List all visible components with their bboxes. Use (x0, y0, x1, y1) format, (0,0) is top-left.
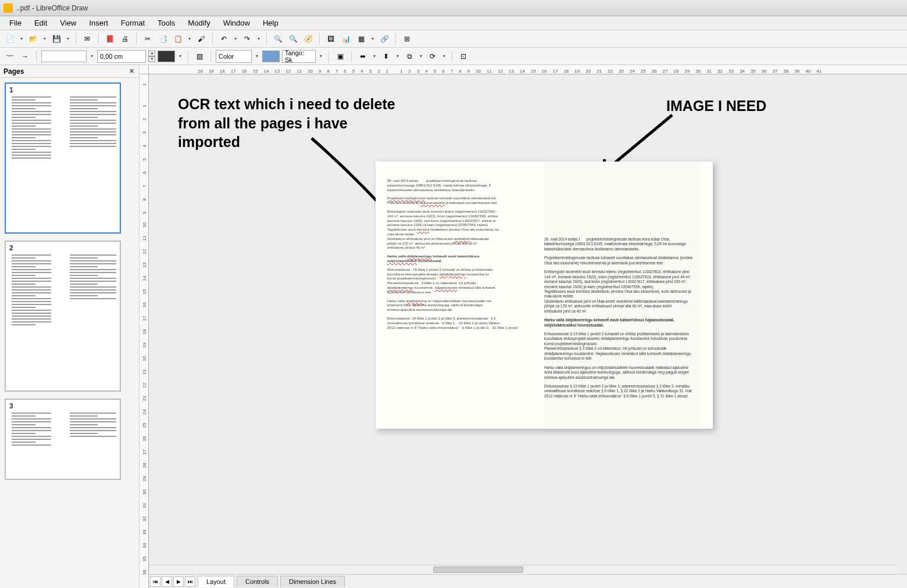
open-drop[interactable]: ▾ (42, 36, 48, 41)
line-color-drop[interactable]: ▾ (177, 53, 183, 59)
tab-last-icon[interactable]: ⏭ (185, 576, 195, 587)
copy-icon[interactable]: 📑 (156, 33, 169, 45)
extra1-icon[interactable]: ⊡ (457, 50, 470, 63)
zoom-icon[interactable]: 🔍 (287, 33, 299, 45)
canvas[interactable]: OCR text which i need to delete from all… (149, 74, 907, 574)
fill-type-select[interactable]: Color (216, 50, 252, 63)
tab-layout[interactable]: Layout (198, 576, 234, 587)
annotation-ocr-text[interactable]: OCR text which i need to delete from all… (178, 95, 399, 152)
toolbar-standard: 📄▾ 📂▾ 💾▾ ✉ 📕 🖨 ✂ 📑 📋▾ 🖌 ↶▾ ↷▾ 🔍 🔍 🧭 🖼 📊 … (0, 30, 907, 48)
undo-icon[interactable]: ↶ (217, 33, 230, 45)
tab-dimension-lines[interactable]: Dimension Lines (280, 576, 345, 587)
line-width-spinner[interactable]: ▴▾ (148, 51, 155, 62)
navigator-icon[interactable]: 🧭 (302, 33, 315, 45)
toolbar-line-fill: 〰 → ▾ ▴▾ ▾ ▧ Color▾ Tango: Sk▾ ▣ ⬌▾ ⬍▾ ⧉… (0, 48, 907, 65)
close-icon[interactable]: ✕ (127, 67, 135, 76)
line-width-input[interactable] (97, 50, 146, 63)
redo-drop[interactable]: ▾ (256, 36, 262, 41)
undo-drop[interactable]: ▾ (233, 36, 238, 41)
save-drop[interactable]: ▾ (65, 36, 71, 41)
table-drop[interactable]: ▾ (370, 36, 376, 41)
menu-modify[interactable]: Modify (182, 17, 216, 29)
mail-icon[interactable]: ✉ (81, 33, 94, 45)
formatbrush-icon[interactable]: 🖌 (195, 33, 208, 45)
page-thumb-3[interactable]: 3 (5, 399, 121, 480)
menu-window[interactable]: Window (217, 17, 256, 29)
pdf-icon[interactable]: 📕 (103, 33, 116, 45)
page-number: 1 (9, 86, 13, 94)
find-icon[interactable]: 🔍 (272, 33, 284, 45)
fill-name-select[interactable]: Tango: Sk (282, 50, 316, 63)
tab-first-icon[interactable]: ⏮ (150, 576, 160, 587)
new-icon[interactable]: 📄 (3, 33, 16, 45)
table-icon[interactable]: ▦ (355, 33, 367, 45)
order-icon[interactable]: ⬍ (380, 50, 392, 63)
main-area: Pages ✕ 1 2 3 20191817161514131211109876 (0, 65, 907, 588)
pages-list[interactable]: 1 2 3 (0, 78, 139, 588)
fill-color-swatch[interactable] (262, 51, 280, 62)
line-style-icon[interactable]: 〰 (3, 50, 16, 63)
save-icon[interactable]: 💾 (50, 33, 63, 45)
open-icon[interactable]: 📂 (27, 33, 40, 45)
line-style-drop[interactable]: ▾ (89, 53, 95, 59)
chart-icon[interactable]: 📊 (340, 33, 352, 45)
tab-controls[interactable]: Controls (237, 576, 278, 587)
tab-next-icon[interactable]: ▶ (173, 576, 184, 587)
arrow-end-icon[interactable]: → (19, 50, 31, 63)
pages-panel-title: Pages (3, 67, 24, 76)
menu-insert[interactable]: Insert (83, 17, 114, 29)
page-thumb-1[interactable]: 1 (5, 83, 121, 234)
menu-tools[interactable]: Tools (152, 17, 181, 29)
group-icon[interactable]: ⧉ (403, 50, 416, 63)
window-title: ..pdf - LibreOffice Draw (16, 4, 88, 12)
fill-type-drop[interactable]: ▾ (254, 53, 260, 59)
checker-icon[interactable]: ▣ (334, 50, 347, 63)
hyperlink-icon[interactable]: 🔗 (378, 33, 391, 45)
page-number: 3 (9, 402, 13, 410)
fill-name-drop[interactable]: ▾ (318, 53, 324, 59)
rotate-icon[interactable]: ⟳ (426, 50, 439, 63)
align-drop[interactable]: ▾ (372, 53, 377, 59)
scrollbar-horizontal[interactable] (149, 565, 898, 574)
rotate-drop[interactable]: ▾ (441, 53, 447, 59)
align-icon[interactable]: ⬌ (356, 50, 369, 63)
paste-icon[interactable]: 📋 (172, 33, 184, 45)
group-drop[interactable]: ▾ (418, 53, 424, 59)
menu-format[interactable]: Format (115, 17, 151, 29)
area-shadow-icon[interactable]: ▧ (193, 50, 206, 63)
order-drop[interactable]: ▾ (395, 53, 401, 59)
line-color-swatch[interactable] (158, 51, 175, 62)
print-icon[interactable]: 🖨 (119, 33, 131, 45)
titlebar: ..pdf - LibreOffice Draw (0, 0, 907, 16)
scrollbar-thumb[interactable] (433, 567, 523, 573)
doc-image-column[interactable]: 28. mail 2014 esitas I projekteerimistin… (544, 162, 701, 429)
menu-help[interactable]: Help (257, 17, 284, 29)
menu-file[interactable]: File (3, 17, 27, 29)
annotation-image-need[interactable]: IMAGE I NEED (666, 96, 766, 116)
tab-prev-icon[interactable]: ◀ (162, 576, 172, 587)
ruler-horizontal[interactable]: 2019181716151413121110987654321123456789… (149, 65, 907, 74)
doc-ocr-column[interactable]: 28. mail 2014 esitas projekteerimistingi… (387, 179, 533, 334)
grid-icon[interactable]: ⊞ (401, 33, 413, 45)
ruler-corner (140, 65, 149, 74)
new-drop[interactable]: ▾ (19, 36, 24, 41)
redo-icon[interactable]: ↷ (241, 33, 253, 45)
paste-drop[interactable]: ▾ (187, 36, 192, 41)
menu-edit[interactable]: Edit (28, 17, 53, 29)
pages-panel: Pages ✕ 1 2 3 (0, 65, 140, 588)
cut-icon[interactable]: ✂ (141, 33, 154, 45)
ruler-vertical[interactable]: 1123456789101112131415161718192021222324… (140, 74, 149, 588)
app-icon (3, 3, 13, 13)
page-number: 2 (9, 244, 13, 252)
page-thumb-2[interactable]: 2 (5, 241, 121, 392)
tabbar: ⏮ ◀ ▶ ⏭ Layout Controls Dimension Lines (149, 574, 907, 588)
pages-panel-header: Pages ✕ (0, 65, 139, 78)
menubar: File Edit View Insert Format Tools Modif… (0, 16, 907, 30)
menu-view[interactable]: View (54, 17, 82, 29)
image-icon[interactable]: 🖼 (324, 33, 337, 45)
document-page[interactable]: 30. detsemi 28. mail 2014 esitas projekt… (376, 162, 713, 429)
canvas-area: 2019181716151413121110987654321123456789… (140, 65, 907, 588)
line-style-preview[interactable] (41, 51, 87, 62)
